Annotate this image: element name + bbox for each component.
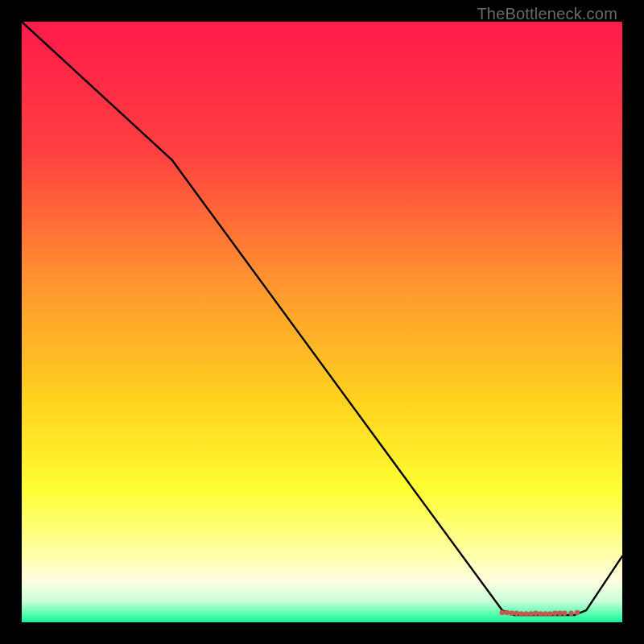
marker-dot xyxy=(533,611,539,617)
marker-dot xyxy=(547,611,553,617)
marker-dot xyxy=(562,611,568,617)
marker-dot xyxy=(523,611,529,617)
marker-dot xyxy=(552,611,558,617)
marker-dot xyxy=(538,611,543,617)
marker-dot xyxy=(500,610,506,616)
chart-plot xyxy=(22,22,622,622)
marker-dot xyxy=(568,611,574,617)
attribution-text: TheBottleneck.com xyxy=(477,5,617,23)
marker-dot xyxy=(575,610,580,616)
marker-dot xyxy=(528,611,534,617)
marker-dot xyxy=(514,611,519,617)
marker-dot xyxy=(509,611,514,617)
marker-dot xyxy=(543,611,548,617)
marker-dot xyxy=(504,610,510,616)
marker-dot xyxy=(518,611,524,617)
chart-frame: TheBottleneck.com xyxy=(0,0,644,644)
marker-dot xyxy=(557,611,563,617)
plot-background xyxy=(22,22,622,622)
